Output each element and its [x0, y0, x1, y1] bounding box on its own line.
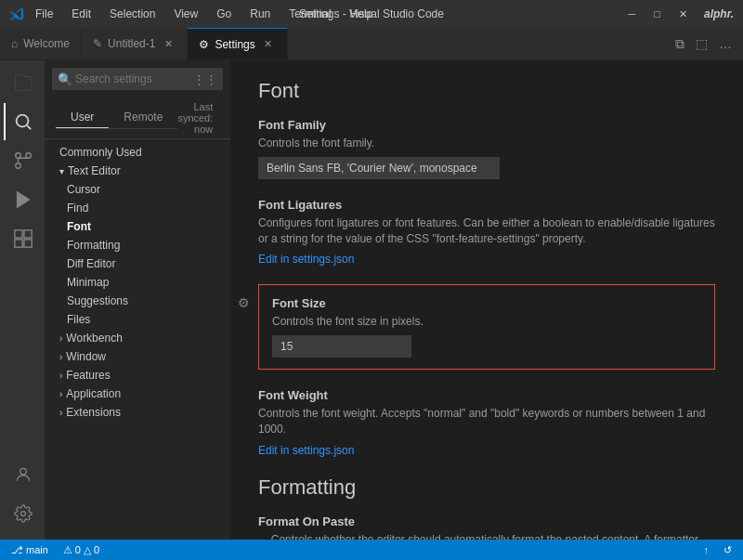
setting-font-size: Font Size Controls the font size in pixe… [258, 284, 715, 370]
activitybar-search[interactable] [4, 103, 41, 140]
svg-rect-7 [24, 230, 32, 238]
layout-button[interactable]: ⬚ [692, 34, 711, 53]
minimize-button[interactable]: ─ [623, 7, 642, 22]
nav-workbench-label: Workbench [66, 332, 122, 345]
statusbar-errors[interactable]: ⚠ 0 △ 0 [59, 544, 103, 556]
statusbar-left: ⎇ main ⚠ 0 △ 0 [7, 544, 103, 556]
svg-marker-5 [18, 192, 30, 208]
tab-welcome-icon: ⌂ [11, 37, 18, 50]
nav-files[interactable]: Files [45, 310, 230, 329]
tab-untitled[interactable]: ✎ Untitled-1 ✕ [82, 28, 188, 59]
font-size-label: Font Size [272, 296, 701, 310]
nav-extensions[interactable]: › Extensions [45, 403, 230, 422]
chevron-right-icon: › [59, 333, 62, 344]
statusbar-right: ↑ ↺ [700, 544, 736, 556]
tabbar-actions: ⧉ ⬚ … [671, 28, 743, 59]
svg-rect-9 [24, 240, 32, 247]
menu-edit[interactable]: Edit [68, 6, 95, 22]
setting-font-family: Font Family Controls the font family. [258, 118, 715, 179]
activitybar-manage[interactable] [4, 495, 41, 532]
menu-run[interactable]: Run [246, 6, 274, 22]
split-editor-button[interactable]: ⧉ [671, 34, 688, 54]
nav-diff-editor-label: Diff Editor [67, 257, 115, 270]
nav-files-label: Files [67, 313, 90, 326]
nav-find[interactable]: Find [45, 199, 230, 217]
nav-font[interactable]: Font [45, 217, 230, 236]
nav-window[interactable]: › Window [45, 347, 230, 366]
titlebar-right: ─ □ ✕ alphr. [623, 7, 734, 22]
brand-logo: alphr. [704, 7, 734, 20]
svg-line-1 [27, 125, 31, 129]
maximize-button[interactable]: □ [648, 7, 666, 22]
titlebar: File Edit Selection View Go Run Terminal… [0, 0, 743, 28]
error-count: 0 [75, 544, 81, 555]
sync-label: Last synced: now [177, 101, 224, 135]
menu-selection[interactable]: Selection [106, 6, 159, 22]
nav-cursor[interactable]: Cursor [45, 180, 230, 199]
font-size-input[interactable] [272, 335, 411, 358]
branch-icon: ⎇ [11, 544, 23, 556]
nav-minimap[interactable]: Minimap [45, 273, 230, 292]
nav-application[interactable]: › Application [45, 384, 230, 403]
filter-icon[interactable]: ⋮⋮ [193, 72, 217, 86]
nav-workbench[interactable]: › Workbench [45, 329, 230, 347]
font-weight-edit-link[interactable]: Edit in settings.json [258, 444, 354, 457]
sidebar-tab-remote[interactable]: Remote [109, 107, 177, 128]
sidebar-tab-user[interactable]: User [56, 107, 109, 128]
font-family-input[interactable] [258, 157, 500, 179]
error-icon: ⚠ [63, 544, 72, 556]
font-size-gear-icon[interactable]: ⚙ [238, 295, 250, 310]
menu-view[interactable]: View [170, 6, 202, 22]
menu-file[interactable]: File [32, 6, 57, 22]
tab-untitled-icon: ✎ [93, 37, 102, 50]
nav-suggestions[interactable]: Suggestions [45, 292, 230, 310]
tabbar: ⌂ Welcome ✎ Untitled-1 ✕ ⚙ Settings ✕ ⧉ … [0, 28, 743, 60]
nav-diff-editor[interactable]: Diff Editor [45, 254, 230, 273]
setting-font-ligatures: Font Ligatures Configures font ligatures… [258, 198, 715, 267]
chevron-down-icon: ▾ [59, 166, 64, 176]
more-actions-button[interactable]: … [715, 34, 736, 53]
font-weight-desc: Controls the font weight. Accepts "norma… [258, 406, 715, 437]
font-ligatures-edit-link[interactable]: Edit in settings.json [258, 253, 354, 266]
activitybar-run-debug[interactable] [4, 181, 41, 218]
tab-welcome-label: Welcome [23, 37, 70, 50]
font-size-desc: Controls the font size in pixels. [272, 314, 701, 330]
svg-point-11 [21, 512, 26, 516]
tab-settings-close[interactable]: ✕ [261, 37, 276, 52]
warning-count: 0 [94, 544, 99, 555]
tab-settings-label: Settings [215, 38, 254, 51]
close-button[interactable]: ✕ [673, 7, 693, 22]
window-title: Settings - Visual Studio Code [299, 7, 444, 20]
setting-font-size-wrapper: ⚙ Font Size Controls the font size in pi… [258, 284, 715, 370]
nav-minimap-label: Minimap [67, 276, 109, 289]
nav-text-editor-label: Text Editor [68, 164, 121, 177]
svg-point-4 [16, 153, 21, 159]
nav-features-label: Features [66, 369, 110, 382]
activitybar-account[interactable] [4, 456, 41, 493]
chevron-right-icon4: › [59, 389, 62, 399]
sidebar: 🔍 ⋮⋮ User Remote Last synced: now Common… [45, 60, 230, 540]
nav-text-editor[interactable]: ▾ Text Editor [45, 162, 230, 180]
nav-formatting-label: Formatting [67, 239, 120, 252]
nav-find-label: Find [67, 202, 88, 215]
nav-commonly-used-label: Commonly Used [59, 146, 142, 159]
activitybar-explorer[interactable] [4, 64, 41, 101]
tab-untitled-close[interactable]: ✕ [161, 36, 176, 51]
nav-features[interactable]: › Features [45, 366, 230, 384]
statusbar-branch[interactable]: ⎇ main [7, 544, 52, 556]
tab-welcome[interactable]: ⌂ Welcome [0, 28, 82, 59]
nav-commonly-used[interactable]: Commonly Used [45, 143, 230, 162]
svg-point-2 [16, 163, 21, 169]
svg-point-3 [26, 153, 32, 159]
nav-application-label: Application [66, 387, 121, 400]
statusbar-sync-download[interactable]: ↺ [720, 544, 736, 556]
nav-formatting[interactable]: Formatting [45, 236, 230, 254]
activitybar-source-control[interactable] [4, 142, 41, 179]
svg-point-0 [17, 115, 29, 127]
setting-font-weight: Font Weight Controls the font weight. Ac… [258, 388, 715, 457]
tab-settings[interactable]: ⚙ Settings ✕ [188, 28, 287, 59]
statusbar-sync-upload[interactable]: ↑ [700, 544, 713, 555]
search-icon: 🔍 [58, 72, 72, 86]
menu-go[interactable]: Go [213, 6, 235, 22]
activitybar-extensions[interactable] [4, 220, 41, 257]
